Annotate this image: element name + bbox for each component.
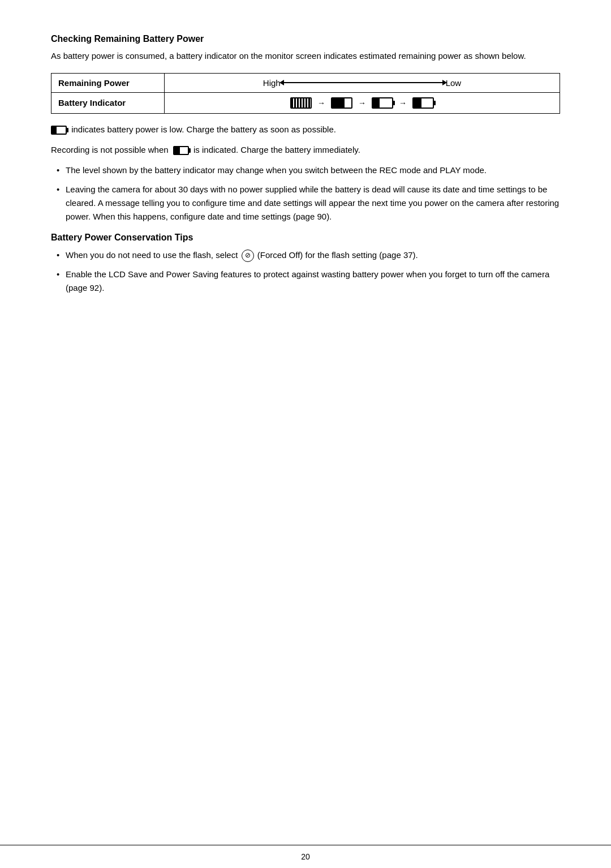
- section2-bullet-list: When you do not need to use the flash, s…: [51, 248, 560, 295]
- battery-low-desc: indicates battery power is low. Charge t…: [51, 123, 560, 136]
- arrow3: →: [399, 98, 407, 108]
- high-label: High: [263, 78, 281, 88]
- battery-indicator-cell: → → → /: [165, 92, 560, 113]
- bullet-item-1: The level shown by the battery indicator…: [57, 164, 560, 177]
- section1-title: Checking Remaining Battery Power: [51, 34, 560, 44]
- inline-battery-low-icon: [51, 126, 67, 135]
- flash-off-icon: ⊘: [242, 250, 254, 262]
- battery-indicator-header: Battery Indicator: [51, 92, 165, 113]
- page-footer: 20: [0, 845, 611, 868]
- section1-bullet-list: The level shown by the battery indicator…: [51, 164, 560, 224]
- section2-bullet-2: Enable the LCD Save and Power Saving fea…: [57, 268, 560, 295]
- power-arrow-line: [284, 82, 442, 83]
- bullet-item-2: Leaving the camera for about 30 days wit…: [57, 183, 560, 224]
- battery-icon-critical: /: [412, 97, 434, 109]
- battery-critical-desc: Recording is not possible when / is indi…: [51, 143, 560, 157]
- battery-icon-3q: [331, 97, 352, 109]
- section2-bullet-1: When you do not need to use the flash, s…: [57, 248, 560, 262]
- page-number: 20: [301, 852, 310, 861]
- battery-icon-half: [372, 97, 393, 109]
- power-range-cell: High Low: [165, 73, 560, 92]
- arrow2: →: [358, 98, 366, 108]
- inline-battery-critical-icon: /: [173, 146, 189, 155]
- section2-title: Battery Power Conservation Tips: [51, 233, 560, 243]
- battery-table: Remaining Power High Low Battery Indicat…: [51, 73, 560, 114]
- remaining-power-header: Remaining Power: [51, 73, 165, 92]
- low-label: Low: [446, 78, 462, 88]
- section1-intro: As battery power is consumed, a battery …: [51, 50, 560, 63]
- arrow1: →: [317, 98, 325, 108]
- battery-icon-full: [290, 97, 312, 109]
